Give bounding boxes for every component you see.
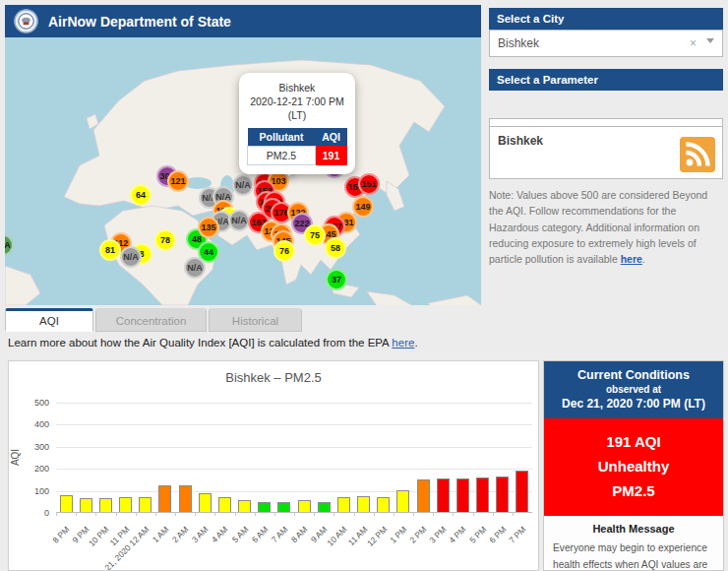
chart-y-tick: 0	[44, 508, 49, 518]
city-select-value: Bishkek	[498, 31, 722, 56]
chart-bar[interactable]	[258, 502, 271, 512]
popup-table: Pollutant AQI PM2.5 191	[247, 128, 347, 165]
chart-bar[interactable]	[99, 498, 112, 512]
chart-x-tick	[513, 512, 514, 516]
rss-feed-box: Bishkek	[489, 126, 723, 179]
select-parameter-header: Select a Parameter	[489, 69, 723, 91]
learn-more-suffix: .	[414, 337, 417, 349]
chart-bar[interactable]	[119, 497, 132, 512]
chart-gridline	[56, 424, 532, 425]
aqi-map-marker[interactable]: 121	[167, 170, 189, 192]
aqi-map-marker[interactable]: N/A	[184, 257, 206, 279]
chart-bar[interactable]	[417, 479, 430, 512]
chart-bar[interactable]	[277, 502, 290, 512]
chart-bar[interactable]	[158, 485, 171, 512]
popup-aqi-value: 191	[316, 146, 347, 164]
aqi-map-marker[interactable]: 75	[304, 224, 326, 246]
aqi-map-marker[interactable]: N/A	[228, 210, 250, 231]
learn-more-here-link[interactable]: here	[392, 337, 414, 349]
chart-title: Bishkek – PM2.5	[9, 370, 538, 385]
chart-x-tick	[453, 512, 454, 516]
chart-bar[interactable]	[218, 497, 231, 512]
chart-bar[interactable]	[60, 495, 73, 512]
aqi-map-marker[interactable]: 58	[325, 237, 346, 259]
cc-datetime: Dec 21, 2020 7:00 PM (LT)	[546, 397, 721, 411]
note-here-link[interactable]: here	[621, 253, 642, 265]
aqi-map[interactable]: N/A64305121112818N/A784844N/AN/AN/AN/A10…	[5, 37, 481, 305]
city-caret-icon[interactable]	[706, 38, 714, 43]
chart-x-tick	[136, 512, 137, 516]
chart-bar[interactable]	[179, 485, 192, 512]
tab-historical[interactable]: Historical	[209, 308, 302, 332]
tab-concentration[interactable]: Concentration	[95, 308, 207, 332]
chart-x-tick	[334, 512, 334, 516]
chart-bar[interactable]	[298, 500, 311, 512]
popup-pollutant-header: Pollutant	[248, 128, 316, 147]
chart-bar[interactable]	[80, 498, 92, 512]
tab-aqi[interactable]: AQI	[5, 308, 93, 332]
chart-bar[interactable]	[516, 471, 528, 512]
tab-bar: AQI Concentration Historical	[5, 307, 304, 332]
chart-bar[interactable]	[139, 497, 152, 512]
chart-x-tick	[274, 512, 275, 516]
chart-x-tick	[314, 512, 315, 516]
aqi-map-marker[interactable]: 64	[130, 184, 152, 206]
chart-bar[interactable]	[199, 493, 212, 512]
rss-icon[interactable]	[680, 137, 715, 172]
city-select[interactable]: Bishkek ×	[489, 30, 723, 57]
cc-health-title: Health Message	[553, 523, 714, 535]
cc-aqi-category: Unhealthy	[544, 455, 723, 479]
aqi-map-marker[interactable]: 151	[358, 173, 380, 195]
chart-x-tick	[294, 512, 295, 516]
chart-bar[interactable]	[357, 496, 370, 512]
aqi-map-marker[interactable]: 135	[198, 217, 219, 238]
cc-title: Current Conditions	[546, 368, 721, 382]
chart-x-tick	[493, 512, 494, 516]
current-conditions-header: Current Conditions observed at Dec 21, 2…	[544, 361, 723, 418]
cc-subtitle: observed at	[546, 384, 721, 395]
chart-bar[interactable]	[377, 497, 390, 512]
chart-bar[interactable]	[496, 476, 509, 512]
chart-bar[interactable]	[456, 478, 469, 512]
chart-x-tick	[255, 512, 256, 516]
chart-gridline	[56, 403, 532, 404]
chart-bar[interactable]	[238, 500, 251, 512]
cc-health-text: Everyone may begin to experience health …	[553, 539, 714, 571]
aqi-map-marker[interactable]: 37	[326, 269, 347, 290]
aqi-map-marker[interactable]: 76	[273, 240, 295, 262]
chart-x-tick	[433, 512, 434, 516]
chart-x-tick	[116, 512, 117, 516]
city-clear-icon[interactable]: ×	[690, 36, 697, 50]
chart-bar[interactable]	[437, 478, 450, 512]
page-title: AirNow Department of State	[48, 14, 231, 30]
beyond-aqi-note: Note: Values above 500 are considered Be…	[489, 187, 723, 267]
chart-bar[interactable]	[337, 497, 350, 512]
aqi-map-marker[interactable]: 78	[154, 229, 176, 251]
popup-datetime: 2020-12-21 7:00 PM (LT)	[244, 95, 350, 122]
aqi-map-marker[interactable]: N/A	[120, 246, 142, 268]
chart-plot-area: 01002003004005008 PM9 PM10 PM11 PMDec 21…	[56, 403, 532, 513]
chart-x-tick	[394, 512, 394, 516]
chart-y-axis-label: AQI	[10, 449, 21, 466]
cc-aqi-pollutant: PM2.5	[544, 479, 723, 504]
chart-x-tick	[354, 512, 355, 516]
popup-pollutant-value: PM2.5	[248, 146, 316, 164]
note-text: Note: Values above 500 are considered Be…	[489, 189, 707, 265]
chart-bar[interactable]	[318, 502, 331, 512]
aqi-map-marker[interactable]: N/A	[232, 174, 254, 196]
chart-x-tick	[473, 512, 474, 516]
aqi-map-marker[interactable]: 149	[352, 196, 374, 218]
chart-x-tick	[95, 512, 96, 516]
learn-more-text: Learn more about how the Air Quality Ind…	[8, 337, 418, 349]
chart-bar[interactable]	[396, 490, 409, 512]
chart-y-tick: 500	[34, 398, 49, 408]
popup-aqi-header: AQI	[316, 128, 347, 147]
chart-y-tick: 400	[34, 419, 49, 429]
current-conditions-panel: Current Conditions observed at Dec 21, 2…	[543, 360, 724, 571]
chart-x-tick	[374, 512, 375, 516]
chart-gridline	[56, 469, 532, 470]
aqi-map-marker[interactable]: 81	[99, 239, 121, 261]
cc-aqi-value: 191 AQI	[544, 430, 723, 455]
chart-x-tick	[56, 512, 57, 516]
chart-bar[interactable]	[476, 477, 489, 512]
